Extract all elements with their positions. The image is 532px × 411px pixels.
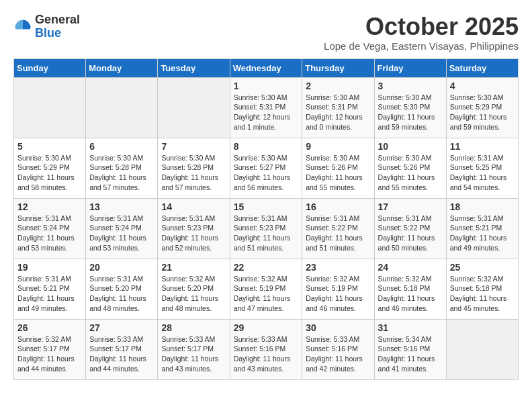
day-info: Sunrise: 5:31 AM Sunset: 5:23 PM Dayligh… <box>234 214 299 253</box>
calendar-cell: 25Sunrise: 5:32 AM Sunset: 5:18 PM Dayli… <box>446 259 518 319</box>
weekday-header: Monday <box>86 58 158 77</box>
day-number: 9 <box>306 141 370 152</box>
day-number: 22 <box>234 262 299 273</box>
calendar-cell: 31Sunrise: 5:34 AM Sunset: 5:16 PM Dayli… <box>374 319 446 379</box>
calendar-cell: 3Sunrise: 5:30 AM Sunset: 5:30 PM Daylig… <box>374 77 446 138</box>
calendar-cell: 15Sunrise: 5:31 AM Sunset: 5:23 PM Dayli… <box>230 198 302 259</box>
day-info: Sunrise: 5:32 AM Sunset: 5:20 PM Dayligh… <box>161 274 226 314</box>
calendar-cell: 22Sunrise: 5:32 AM Sunset: 5:19 PM Dayli… <box>230 259 302 319</box>
calendar-cell: 20Sunrise: 5:31 AM Sunset: 5:20 PM Dayli… <box>86 259 158 319</box>
calendar-cell: 30Sunrise: 5:33 AM Sunset: 5:16 PM Dayli… <box>302 319 374 379</box>
calendar-cell <box>86 77 158 138</box>
day-info: Sunrise: 5:33 AM Sunset: 5:17 PM Dayligh… <box>89 334 154 374</box>
day-info: Sunrise: 5:31 AM Sunset: 5:23 PM Dayligh… <box>161 214 226 253</box>
calendar-week-row: 19Sunrise: 5:31 AM Sunset: 5:21 PM Dayli… <box>14 259 519 319</box>
calendar-cell <box>158 77 230 138</box>
day-number: 29 <box>234 322 299 333</box>
day-info: Sunrise: 5:30 AM Sunset: 5:31 PM Dayligh… <box>234 93 299 132</box>
day-number: 25 <box>450 262 515 273</box>
day-info: Sunrise: 5:33 AM Sunset: 5:16 PM Dayligh… <box>234 334 299 374</box>
calendar-cell: 27Sunrise: 5:33 AM Sunset: 5:17 PM Dayli… <box>86 319 158 379</box>
calendar-week-row: 26Sunrise: 5:32 AM Sunset: 5:17 PM Dayli… <box>14 319 519 379</box>
day-number: 15 <box>234 201 299 212</box>
day-number: 21 <box>161 262 226 273</box>
day-info: Sunrise: 5:32 AM Sunset: 5:19 PM Dayligh… <box>306 274 370 314</box>
day-number: 23 <box>306 262 370 273</box>
calendar-cell: 16Sunrise: 5:31 AM Sunset: 5:22 PM Dayli… <box>302 198 374 259</box>
weekday-header-row: SundayMondayTuesdayWednesdayThursdayFrid… <box>14 58 519 77</box>
day-info: Sunrise: 5:33 AM Sunset: 5:17 PM Dayligh… <box>161 334 226 374</box>
calendar-cell: 7Sunrise: 5:30 AM Sunset: 5:28 PM Daylig… <box>158 138 230 198</box>
day-info: Sunrise: 5:30 AM Sunset: 5:26 PM Dayligh… <box>378 153 443 193</box>
calendar-cell: 12Sunrise: 5:31 AM Sunset: 5:24 PM Dayli… <box>14 198 86 259</box>
day-number: 2 <box>306 81 370 91</box>
logo-blue: Blue <box>35 27 80 40</box>
calendar-cell: 1Sunrise: 5:30 AM Sunset: 5:31 PM Daylig… <box>230 77 302 138</box>
day-info: Sunrise: 5:31 AM Sunset: 5:21 PM Dayligh… <box>450 214 515 253</box>
calendar-cell: 6Sunrise: 5:30 AM Sunset: 5:28 PM Daylig… <box>86 138 158 198</box>
calendar-cell: 18Sunrise: 5:31 AM Sunset: 5:21 PM Dayli… <box>446 198 518 259</box>
day-number: 7 <box>161 141 226 152</box>
day-number: 28 <box>161 322 226 333</box>
calendar-cell <box>446 319 518 379</box>
title-block: October 2025 Lope de Vega, Eastern Visay… <box>324 13 519 52</box>
calendar-cell: 2Sunrise: 5:30 AM Sunset: 5:31 PM Daylig… <box>302 77 374 138</box>
day-number: 4 <box>450 81 515 91</box>
day-info: Sunrise: 5:32 AM Sunset: 5:19 PM Dayligh… <box>234 274 299 314</box>
day-number: 14 <box>161 201 226 212</box>
day-info: Sunrise: 5:31 AM Sunset: 5:20 PM Dayligh… <box>89 274 154 314</box>
weekday-header: Wednesday <box>230 58 302 77</box>
month-title: October 2025 <box>324 13 519 40</box>
calendar-table: SundayMondayTuesdayWednesdayThursdayFrid… <box>13 58 519 380</box>
day-info: Sunrise: 5:31 AM Sunset: 5:25 PM Dayligh… <box>450 153 515 193</box>
weekday-header: Friday <box>374 58 446 77</box>
day-number: 26 <box>17 322 82 333</box>
calendar-cell: 26Sunrise: 5:32 AM Sunset: 5:17 PM Dayli… <box>14 319 86 379</box>
day-number: 12 <box>17 201 82 212</box>
page-header: General Blue October 2025 Lope de Vega, … <box>13 13 519 52</box>
day-info: Sunrise: 5:33 AM Sunset: 5:16 PM Dayligh… <box>306 334 370 374</box>
day-info: Sunrise: 5:30 AM Sunset: 5:30 PM Dayligh… <box>378 93 443 132</box>
calendar-cell: 23Sunrise: 5:32 AM Sunset: 5:19 PM Dayli… <box>302 259 374 319</box>
day-info: Sunrise: 5:30 AM Sunset: 5:26 PM Dayligh… <box>306 153 370 193</box>
day-number: 18 <box>450 201 515 212</box>
calendar-cell: 8Sunrise: 5:30 AM Sunset: 5:27 PM Daylig… <box>230 138 302 198</box>
day-info: Sunrise: 5:30 AM Sunset: 5:29 PM Dayligh… <box>17 153 82 193</box>
calendar-week-row: 5Sunrise: 5:30 AM Sunset: 5:29 PM Daylig… <box>14 138 519 198</box>
calendar-cell: 21Sunrise: 5:32 AM Sunset: 5:20 PM Dayli… <box>158 259 230 319</box>
day-number: 1 <box>234 81 299 91</box>
weekday-header: Sunday <box>14 58 86 77</box>
calendar-cell: 10Sunrise: 5:30 AM Sunset: 5:26 PM Dayli… <box>374 138 446 198</box>
logo-text: General Blue <box>35 13 80 40</box>
day-number: 11 <box>450 141 515 152</box>
day-info: Sunrise: 5:31 AM Sunset: 5:21 PM Dayligh… <box>17 274 82 314</box>
day-number: 19 <box>17 262 82 273</box>
day-number: 8 <box>234 141 299 152</box>
calendar-cell: 4Sunrise: 5:30 AM Sunset: 5:29 PM Daylig… <box>446 77 518 138</box>
calendar-cell: 14Sunrise: 5:31 AM Sunset: 5:23 PM Dayli… <box>158 198 230 259</box>
day-info: Sunrise: 5:32 AM Sunset: 5:18 PM Dayligh… <box>450 274 515 314</box>
day-number: 5 <box>17 141 82 152</box>
calendar-cell: 9Sunrise: 5:30 AM Sunset: 5:26 PM Daylig… <box>302 138 374 198</box>
day-info: Sunrise: 5:32 AM Sunset: 5:18 PM Dayligh… <box>378 274 443 314</box>
day-number: 6 <box>89 141 154 152</box>
day-number: 16 <box>306 201 370 212</box>
calendar-cell: 24Sunrise: 5:32 AM Sunset: 5:18 PM Dayli… <box>374 259 446 319</box>
day-info: Sunrise: 5:30 AM Sunset: 5:28 PM Dayligh… <box>89 153 154 193</box>
day-info: Sunrise: 5:31 AM Sunset: 5:22 PM Dayligh… <box>378 214 443 253</box>
calendar-week-row: 12Sunrise: 5:31 AM Sunset: 5:24 PM Dayli… <box>14 198 519 259</box>
calendar-cell <box>14 77 86 138</box>
location: Lope de Vega, Eastern Visayas, Philippin… <box>324 40 519 52</box>
day-number: 20 <box>89 262 154 273</box>
logo-general: General <box>35 13 80 27</box>
day-info: Sunrise: 5:30 AM Sunset: 5:28 PM Dayligh… <box>161 153 226 193</box>
calendar-cell: 11Sunrise: 5:31 AM Sunset: 5:25 PM Dayli… <box>446 138 518 198</box>
day-info: Sunrise: 5:31 AM Sunset: 5:24 PM Dayligh… <box>89 214 154 253</box>
day-number: 17 <box>378 201 443 212</box>
logo-icon <box>13 17 32 36</box>
day-info: Sunrise: 5:31 AM Sunset: 5:22 PM Dayligh… <box>306 214 370 253</box>
day-number: 27 <box>89 322 154 333</box>
day-info: Sunrise: 5:30 AM Sunset: 5:27 PM Dayligh… <box>234 153 299 193</box>
day-number: 13 <box>89 201 154 212</box>
calendar-week-row: 1Sunrise: 5:30 AM Sunset: 5:31 PM Daylig… <box>14 77 519 138</box>
